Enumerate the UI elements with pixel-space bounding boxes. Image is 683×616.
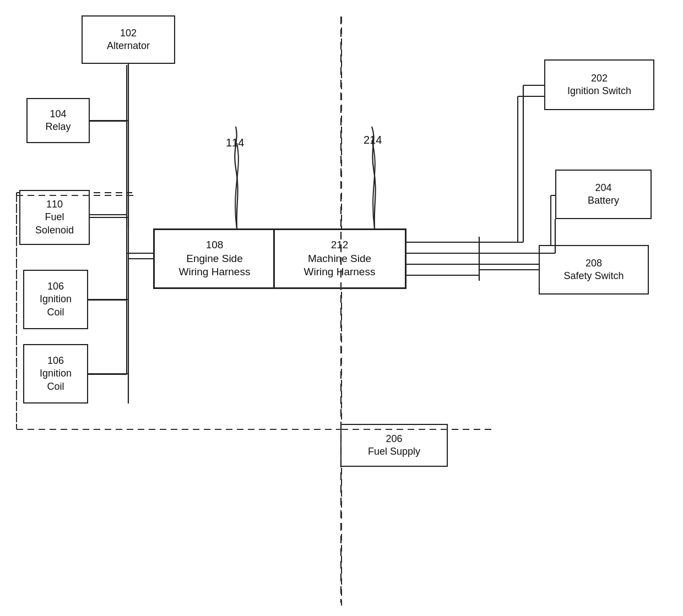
- label-214: 214: [364, 134, 382, 146]
- ignition-switch-box: 202Ignition Switch: [544, 59, 654, 110]
- machine-harness-box: 212Machine SideWiring Harness: [274, 228, 406, 289]
- ignition-coil-2-label: 106IgnitionCoil: [40, 355, 72, 393]
- safety-switch-label: 208Safety Switch: [563, 257, 624, 283]
- safety-switch-box: 208Safety Switch: [539, 245, 649, 295]
- fuel-supply-box: 206Fuel Supply: [340, 424, 448, 467]
- ignition-coil-2-box: 106IgnitionCoil: [23, 344, 88, 404]
- engine-harness-label: 108Engine SideWiring Harness: [179, 238, 251, 279]
- ignition-coil-1-label: 106IgnitionCoil: [40, 280, 72, 319]
- fuel-solenoid-box: 110FuelSolenoid: [19, 190, 90, 245]
- relay-label: 104Relay: [45, 108, 71, 134]
- alternator-box: 102Alternator: [82, 15, 175, 64]
- fuel-supply-label: 206Fuel Supply: [368, 433, 420, 459]
- battery-label: 204Battery: [588, 182, 619, 208]
- ignition-coil-1-box: 106IgnitionCoil: [23, 270, 88, 329]
- harness-divider: [273, 228, 275, 289]
- battery-box: 204Battery: [555, 170, 652, 219]
- wiring-diagram: 102Alternator 104Relay 110FuelSolenoid 1…: [0, 0, 683, 616]
- fuel-solenoid-label: 110FuelSolenoid: [35, 198, 74, 237]
- relay-box: 104Relay: [26, 98, 90, 143]
- machine-harness-label: 212Machine SideWiring Harness: [304, 238, 376, 279]
- label-114: 114: [226, 137, 244, 149]
- engine-harness-box: 108Engine SideWiring Harness: [153, 228, 274, 289]
- ignition-switch-label: 202Ignition Switch: [567, 72, 631, 98]
- alternator-label: 102Alternator: [107, 27, 150, 53]
